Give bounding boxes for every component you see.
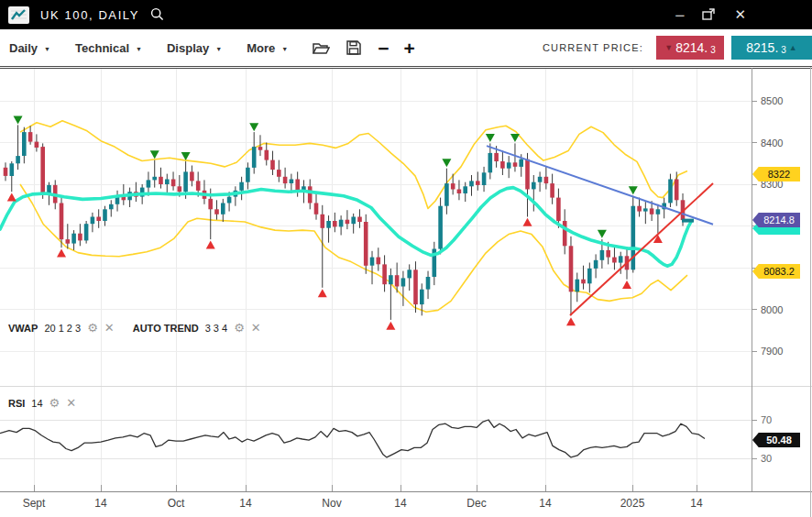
zoom-out-button[interactable]: − xyxy=(378,38,389,58)
svg-text:14: 14 xyxy=(394,497,407,510)
svg-text:Dec: Dec xyxy=(466,497,486,510)
chart-toolbar: Daily ▼ Technical ▼ Display ▼ More ▼ − +… xyxy=(0,29,812,67)
rsi-indicator-name: RSI xyxy=(8,398,25,409)
svg-text:8000: 8000 xyxy=(761,304,783,315)
price-chart-canvas[interactable]: Sept14Oct14Nov14Dec142025148500840083008… xyxy=(0,0,812,517)
auto-trend-remove-icon[interactable]: ✕ xyxy=(251,322,261,334)
rsi-settings-gear-icon[interactable]: ⚙ xyxy=(49,397,60,409)
auto-trend-indicator-name: AUTO TREND xyxy=(133,323,199,334)
rsi-value-tag: 50.48 xyxy=(752,433,800,447)
arrow-down-icon: ▼ xyxy=(664,43,673,52)
open-folder-icon[interactable] xyxy=(313,41,330,55)
minimize-button[interactable]: ─ xyxy=(675,6,684,23)
buy-price-button[interactable]: 8215. 3 ▲ xyxy=(731,36,812,60)
vwap-remove-icon[interactable]: ✕ xyxy=(104,322,115,334)
menu-timeframe[interactable]: Daily ▼ xyxy=(9,41,50,55)
svg-text:Sept: Sept xyxy=(23,497,46,510)
chevron-down-icon: ▼ xyxy=(136,44,142,52)
vwap-settings-gear-icon[interactable]: ⚙ xyxy=(87,322,98,334)
svg-text:8400: 8400 xyxy=(761,138,783,148)
svg-text:70: 70 xyxy=(761,414,772,425)
vwap-indicator-row: VWAP 20 1 2 3 ⚙ ✕ AUTO TREND 3 3 4 ⚙ ✕ xyxy=(8,322,261,334)
arrow-up-icon: ▲ xyxy=(789,43,797,52)
save-icon[interactable] xyxy=(346,40,361,55)
svg-text:14: 14 xyxy=(94,497,107,510)
vwap-indicator-name: VWAP xyxy=(8,323,38,334)
svg-text:2025: 2025 xyxy=(620,497,645,510)
svg-text:Oct: Oct xyxy=(168,497,185,510)
svg-text:7900: 7900 xyxy=(761,346,783,357)
rsi-remove-icon[interactable]: ✕ xyxy=(66,397,76,409)
chevron-down-icon: ▼ xyxy=(44,44,50,52)
svg-text:14: 14 xyxy=(239,497,252,510)
svg-text:14: 14 xyxy=(539,497,552,510)
svg-text:Nov: Nov xyxy=(322,497,341,510)
sell-price-button[interactable]: ▼ 8214. 3 xyxy=(656,36,724,60)
zoom-in-button[interactable]: + xyxy=(403,38,414,58)
svg-text:8500: 8500 xyxy=(761,95,783,106)
search-icon[interactable] xyxy=(150,7,164,25)
last-price-tag: 8214.8 xyxy=(752,213,800,227)
vwap-indicator-params: 20 1 2 3 xyxy=(44,323,81,334)
lower-band-price-tag: 8083.2 xyxy=(752,264,800,279)
rsi-indicator-row: RSI 14 ⚙ ✕ xyxy=(8,397,76,409)
chevron-down-icon: ▼ xyxy=(281,44,288,52)
auto-trend-settings-gear-icon[interactable]: ⚙ xyxy=(234,322,245,334)
close-button[interactable]: ✕ xyxy=(734,6,746,23)
rsi-indicator-params: 14 xyxy=(31,398,42,409)
window-title: UK 100, DAILY xyxy=(40,8,139,22)
upper-band-price-tag: 8322 xyxy=(752,167,800,182)
popout-button[interactable] xyxy=(702,6,716,23)
chart-app-icon xyxy=(8,6,29,24)
buy-price-value: 8215. xyxy=(746,40,778,55)
menu-display[interactable]: Display ▼ xyxy=(167,41,222,55)
auto-trend-indicator-params: 3 3 4 xyxy=(205,323,227,334)
svg-text:14: 14 xyxy=(690,497,703,510)
current-price-label: CURRENT PRICE: xyxy=(543,42,643,53)
svg-text:30: 30 xyxy=(761,453,772,464)
sell-price-value: 8214. xyxy=(675,40,708,55)
menu-more[interactable]: More ▼ xyxy=(247,41,288,55)
window-titlebar: UK 100, DAILY ─ ✕ xyxy=(0,0,812,29)
chevron-down-icon: ▼ xyxy=(215,44,222,52)
menu-technical[interactable]: Technical ▼ xyxy=(75,41,142,55)
